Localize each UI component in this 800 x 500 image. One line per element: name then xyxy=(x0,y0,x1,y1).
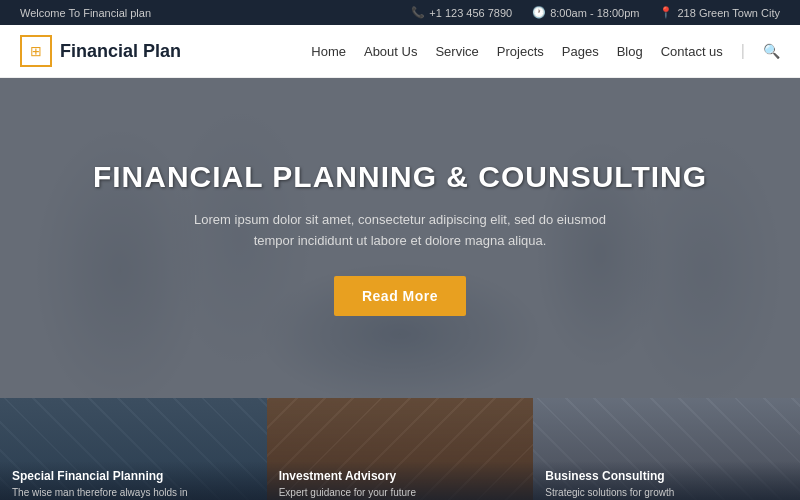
hours-text: 8:00am - 18:00pm xyxy=(550,7,639,19)
nav-blog[interactable]: Blog xyxy=(617,44,643,59)
hours-info: 🕐 8:00am - 18:00pm xyxy=(532,6,639,19)
contact-info: 📞 +1 123 456 7890 🕐 8:00am - 18:00pm 📍 2… xyxy=(411,6,780,19)
nav-pages[interactable]: Pages xyxy=(562,44,599,59)
nav-projects[interactable]: Projects xyxy=(497,44,544,59)
nav-service[interactable]: Service xyxy=(435,44,478,59)
card-2-content: Investment Advisory Expert guidance for … xyxy=(267,461,534,500)
card-2-title: Investment Advisory xyxy=(279,469,522,483)
location-icon: 📍 xyxy=(659,6,673,19)
hero-section: FINANCIAL PLANNING & COUNSULTING Lorem i… xyxy=(0,78,800,398)
phone-info: 📞 +1 123 456 7890 xyxy=(411,6,512,19)
clock-icon: 🕐 xyxy=(532,6,546,19)
main-nav: Home About Us Service Projects Pages Blo… xyxy=(311,42,780,60)
logo-icon: ⊞ xyxy=(20,35,52,67)
card-2: Investment Advisory Expert guidance for … xyxy=(267,398,534,500)
hero-title: FINANCIAL PLANNING & COUNSULTING xyxy=(93,160,707,194)
address-info: 📍 218 Green Town City xyxy=(659,6,780,19)
card-1-text: The wise man therefore always holds in xyxy=(12,486,255,500)
hero-subtitle: Lorem ipsum dolor sit amet, consectetur … xyxy=(190,210,610,252)
search-icon[interactable]: 🔍 xyxy=(763,43,780,59)
logo: ⊞ Financial Plan xyxy=(20,35,181,67)
nav-home[interactable]: Home xyxy=(311,44,346,59)
card-3-title: Business Consulting xyxy=(545,469,788,483)
cards-section: Special Financial Planning The wise man … xyxy=(0,398,800,500)
card-1: Special Financial Planning The wise man … xyxy=(0,398,267,500)
nav-contact[interactable]: Contact us xyxy=(661,44,723,59)
hero-content: FINANCIAL PLANNING & COUNSULTING Lorem i… xyxy=(53,160,747,316)
hero-cta-button[interactable]: Read More xyxy=(334,276,466,316)
card-3-content: Business Consulting Strategic solutions … xyxy=(533,461,800,500)
card-1-content: Special Financial Planning The wise man … xyxy=(0,461,267,500)
card-3-text: Strategic solutions for growth xyxy=(545,486,788,500)
card-1-title: Special Financial Planning xyxy=(12,469,255,483)
card-3: Business Consulting Strategic solutions … xyxy=(533,398,800,500)
logo-text: Financial Plan xyxy=(60,41,181,62)
address-text: 218 Green Town City xyxy=(677,7,780,19)
phone-number: +1 123 456 7890 xyxy=(429,7,512,19)
top-bar: Welcome To Financial plan 📞 +1 123 456 7… xyxy=(0,0,800,25)
welcome-text: Welcome To Financial plan xyxy=(20,7,151,19)
nav-divider: | xyxy=(741,42,745,60)
nav-about[interactable]: About Us xyxy=(364,44,417,59)
header: ⊞ Financial Plan Home About Us Service P… xyxy=(0,25,800,78)
card-2-text: Expert guidance for your future xyxy=(279,486,522,500)
phone-icon: 📞 xyxy=(411,6,425,19)
